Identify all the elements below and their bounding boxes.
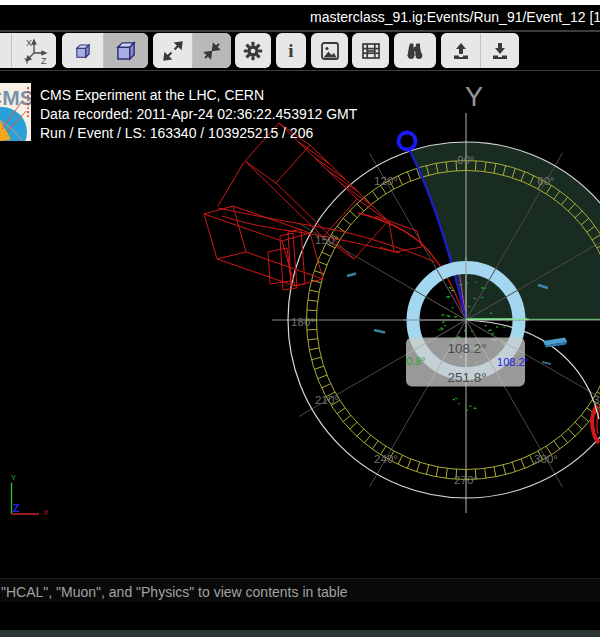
svg-text:240°: 240°: [374, 453, 398, 465]
svg-text:270°: 270°: [454, 474, 478, 486]
svg-text:90°: 90°: [457, 154, 474, 166]
svg-text:108.2°: 108.2°: [447, 341, 486, 356]
svg-text:251.8°: 251.8°: [447, 370, 486, 385]
svg-text:330°: 330°: [593, 394, 600, 406]
svg-text:150°: 150°: [315, 234, 339, 246]
svg-text:180°: 180°: [291, 316, 315, 328]
svg-text:120°: 120°: [374, 175, 398, 187]
svg-text:Y: Y: [465, 82, 483, 112]
svg-text:108.2°: 108.2°: [497, 356, 529, 368]
svg-text:210°: 210°: [315, 394, 339, 406]
svg-text:X: X: [43, 508, 48, 517]
svg-text:0.9°: 0.9°: [407, 355, 426, 367]
svg-text:CMS: CMS: [0, 86, 31, 109]
svg-text:300°: 300°: [534, 453, 558, 465]
svg-text:Y: Y: [11, 473, 16, 482]
svg-text:Z: Z: [13, 502, 20, 514]
svg-text:60°: 60°: [537, 175, 554, 187]
